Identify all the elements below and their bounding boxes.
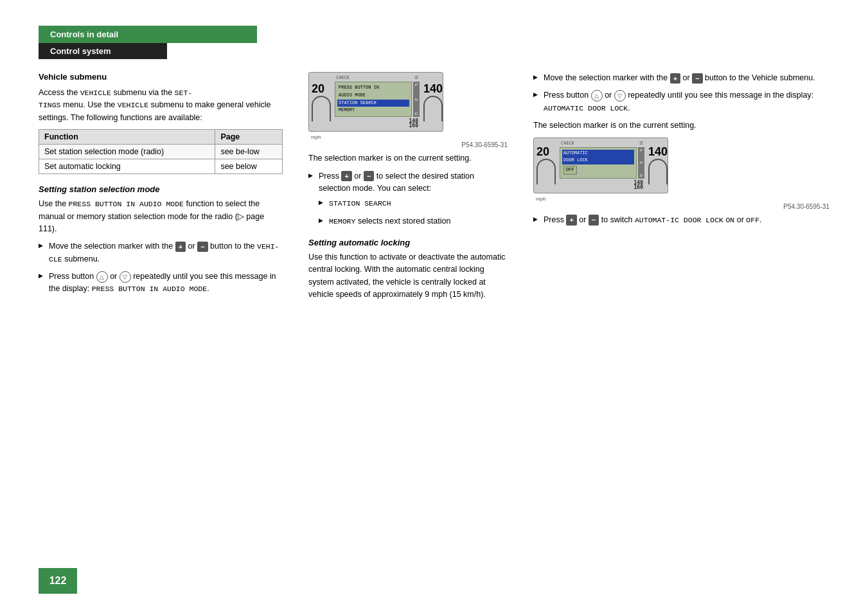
subsection-header: Control system: [39, 43, 167, 59]
minus-button-icon: −: [197, 242, 208, 252]
gauge-arc-left-2: [536, 159, 556, 184]
mono-adl-switch: AUTOMAT-IC DOOR LOCK: [635, 216, 723, 224]
table-row: Set station selection mode (radio) see b…: [39, 145, 283, 159]
gauge-arc-left: [312, 96, 331, 121]
vehicle-submenu-intro: Access the VEHICLE submenu via the SET-T…: [39, 87, 283, 124]
speed-right-r2: 160: [634, 184, 643, 190]
display-row-4: MEMORY: [337, 107, 409, 114]
topbar-center-2: ☰: [639, 141, 643, 146]
vehicle-submenu-title: Vehicle submenu: [39, 72, 283, 82]
table-cell-func1: Set station selection mode (radio): [39, 145, 215, 159]
plus-btn-switch: +: [566, 215, 576, 225]
table-cell-page1: see be-low: [215, 145, 283, 159]
up-arrow-right: △: [591, 90, 603, 102]
station-steps-list: Move the selection marker with the + or …: [39, 240, 283, 296]
up-arrow-icon: △: [96, 271, 108, 283]
gear-n-2: N: [639, 161, 644, 164]
right-steps-list-top: Move the selection marker with the + or …: [533, 72, 829, 114]
page-number-box: 122: [39, 568, 77, 594]
mono-off: OFF: [746, 216, 759, 224]
left-gauge-2: 20: [536, 146, 560, 184]
mono-station-search: STATION SEARCH: [329, 199, 391, 208]
topbar-center: ☰: [414, 75, 418, 80]
gear-d: D: [414, 112, 419, 116]
gear-n: N: [414, 98, 419, 102]
speed-left-1: 20: [312, 83, 335, 94]
header-section: Controls in detail Control system: [39, 26, 829, 59]
mono-adl: AUTOMATIC DOOR LOCK: [544, 104, 628, 112]
down-arrow-icon: ▽: [120, 271, 131, 283]
section-header: Controls in detail: [39, 26, 257, 43]
function-table: Function Page Set station selection mode…: [39, 129, 283, 174]
speed-left-2: 20: [536, 146, 560, 157]
screen2-caption: P54.30-6595-31: [533, 203, 829, 210]
mono-vehi-cle: VEHI-CLE: [49, 242, 279, 263]
gear-p-2: P: [639, 148, 644, 152]
display-body-2: AUTOMATIC DOOR LOCK OFF P N D: [560, 147, 644, 179]
display-screen-1: PRESS BUTTON IN AUDIO MODE STATION SEARC…: [335, 82, 412, 117]
display-row-3: STATION SEARCH: [337, 100, 409, 107]
screen1-labels: mph: [308, 134, 508, 140]
left-column: Vehicle submenu Access the VEHICLE subme…: [39, 72, 283, 306]
side-indicators-2: P N D: [638, 147, 644, 179]
table-col1-header: Function: [39, 130, 215, 145]
center-column: 20 CHECK ☰ PRESS BUTTON IN AUDIO MODE: [308, 72, 508, 306]
right-gauge-1: 140: [420, 83, 443, 121]
topbar-left-2: CHECK: [561, 141, 574, 146]
minus-btn-right: −: [692, 73, 702, 84]
page-wrapper: Controls in detail Control system Vehicl…: [0, 0, 868, 613]
minus-btn-center: −: [364, 171, 374, 181]
display-bottom-r2: 160: [560, 184, 644, 190]
center-step-1: Press + or − to select the desired stati…: [308, 170, 508, 228]
cluster1: 20 CHECK ☰ PRESS BUTTON IN AUDIO MODE: [308, 72, 443, 132]
mono-settings: SET-TINGS: [39, 89, 192, 109]
right-gauge-2: 140: [644, 146, 668, 184]
mono-on: ON: [725, 216, 734, 224]
speed-unit-left-1: mph: [311, 134, 321, 140]
display-row-adl-2: DOOR LOCK: [562, 157, 634, 164]
display-body: PRESS BUTTON IN AUDIO MODE STATION SEARC…: [335, 82, 420, 117]
table-row: Set automatic locking see below: [39, 159, 283, 174]
selection-mode-list: STATION SEARCH MEMORY selects next store…: [319, 197, 508, 227]
center-display-1: CHECK ☰ PRESS BUTTON IN AUDIO MODE STATI…: [335, 75, 420, 129]
display-topbar: CHECK ☰: [335, 75, 420, 80]
gauge-arc-right: [423, 96, 443, 121]
display-row-2: AUDIO MODE: [337, 92, 409, 100]
minus-btn-switch: −: [589, 215, 599, 225]
table-cell-page2: see below: [215, 159, 283, 174]
display-row-1: PRESS BUTTON IN: [337, 84, 409, 92]
setting-auto-lock-text: Use this function to activate or deactiv…: [308, 251, 508, 301]
right-step-move: Move the selection marker with the + or …: [533, 72, 829, 84]
mono-vehicle: VEHICLE: [80, 89, 111, 97]
center-steps-list: Press + or − to select the desired stati…: [308, 170, 508, 228]
side-indicators-1: P N D: [413, 82, 420, 117]
table-cell-func2: Set automatic locking: [39, 159, 215, 174]
right-column: Move the selection marker with the + or …: [533, 72, 829, 306]
cluster2: 20 CHECK ☰ AUTOMATIC DOOR LOCK: [533, 138, 668, 193]
mono-pbiam2: PRESS BUTTON IN AUDIO MODE: [92, 285, 207, 293]
screen1-container: 20 CHECK ☰ PRESS BUTTON IN AUDIO MODE: [308, 72, 508, 148]
station-step-2: Press button △ or ▽ repeatedly until you…: [39, 271, 283, 296]
display-topbar-2: CHECK ☰: [560, 141, 644, 146]
right-steps-list-bottom: Press + or − to switch AUTOMAT-IC DOOR L…: [533, 214, 829, 226]
screen2-labels: mph: [533, 196, 829, 202]
display-bottom2: 160: [335, 123, 420, 129]
plus-btn-right: +: [670, 73, 680, 84]
table-col2-header: Page: [215, 130, 283, 145]
station-step-1: Move the selection marker with the + or …: [39, 240, 283, 265]
setting-station-text: Use the PRESS BUTTON IN AUDIO MODE funct…: [39, 198, 283, 235]
right-step-press: Press button △ or ▽ repeatedly until you…: [533, 89, 829, 114]
topbar-left: CHECK: [336, 75, 350, 80]
screen2-container: 20 CHECK ☰ AUTOMATIC DOOR LOCK: [533, 138, 829, 210]
display-screen-2: AUTOMATIC DOOR LOCK OFF: [560, 147, 637, 179]
speed-right-disp-2: 140: [644, 146, 668, 157]
bullet-memory: MEMORY selects next stored station: [319, 215, 508, 227]
setting-auto-lock-title: Setting automatic locking: [308, 238, 508, 247]
left-gauge-1: 20: [312, 83, 335, 121]
subsection-title: Control system: [50, 46, 111, 56]
speed-right-disp-1: 140: [420, 83, 443, 94]
speed-right-2: 160: [409, 123, 418, 129]
bullet-station-search: STATION SEARCH: [319, 197, 508, 209]
mono-pbiam: PRESS BUTTON IN AUDIO MODE: [69, 200, 184, 208]
mono-memory: MEMORY: [329, 217, 355, 226]
